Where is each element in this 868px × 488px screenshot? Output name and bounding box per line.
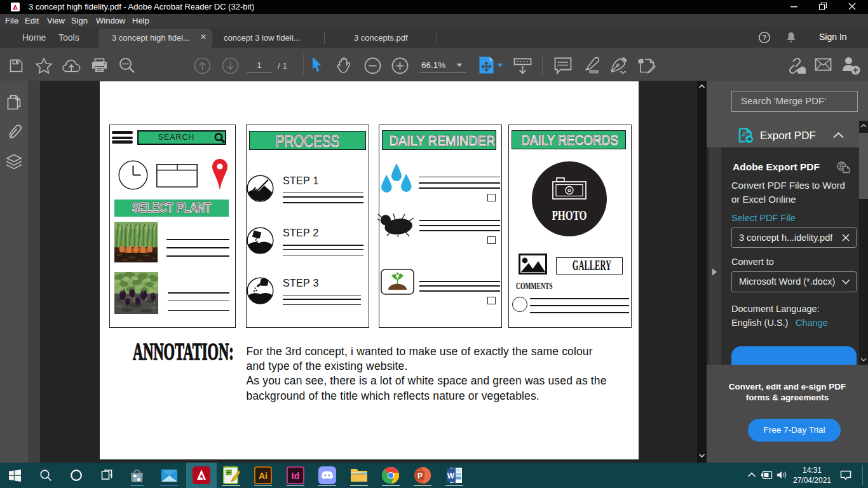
svg-text:P: P: [417, 471, 423, 480]
svg-text:W: W: [447, 471, 455, 480]
svg-text:Ai: Ai: [259, 471, 268, 481]
svg-text:Id: Id: [292, 471, 299, 481]
svg-text:?: ?: [763, 34, 767, 41]
